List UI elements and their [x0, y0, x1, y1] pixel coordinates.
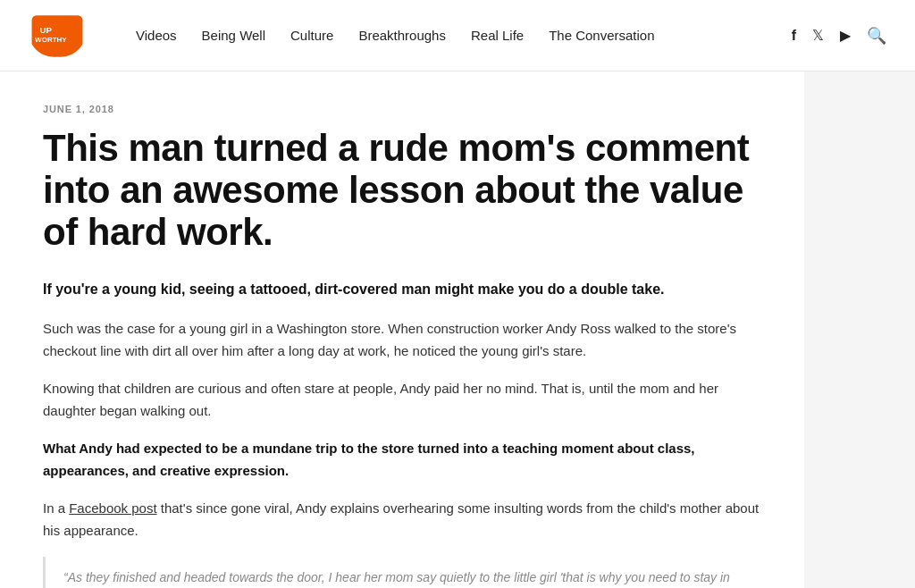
main-nav: Videos Being Well Culture Breakthroughs … [136, 28, 792, 43]
article-paragraph-3: What Andy had expected to be a mundane t… [43, 437, 761, 483]
article-paragraph-4: In a Facebook post that's since gone vir… [43, 497, 761, 542]
article-paragraph-1: Such was the case for a young girl in a … [43, 317, 761, 363]
youtube-icon[interactable]: ▶ [840, 27, 851, 44]
twitter-icon[interactable]: 𝕏 [812, 27, 824, 44]
facebook-icon[interactable]: f [792, 28, 796, 44]
paragraph4-prefix: In a [43, 500, 69, 516]
facebook-post-link[interactable]: Facebook post [69, 500, 156, 516]
nav-real-life[interactable]: Real Life [471, 28, 524, 43]
nav-being-well[interactable]: Being Well [202, 28, 265, 43]
social-icons: f 𝕏 ▶ 🔍 [792, 26, 886, 46]
article-blockquote: “As they finished and headed towards the… [43, 557, 761, 588]
article-quote-text: “As they finished and headed towards the… [63, 567, 743, 588]
svg-text:UP: UP [39, 25, 52, 35]
nav-the-conversation[interactable]: The Conversation [549, 28, 654, 43]
nav-culture[interactable]: Culture [290, 28, 333, 43]
nav-breakthroughs[interactable]: Breakthroughs [358, 28, 446, 43]
svg-text:WORTHY: WORTHY [35, 37, 67, 45]
search-icon[interactable]: 🔍 [867, 26, 886, 46]
nav-videos[interactable]: Videos [136, 28, 177, 43]
article-date: JUNE 1, 2018 [43, 104, 761, 114]
article-lead: If you're a young kid, seeing a tattooed… [43, 278, 761, 301]
logo[interactable]: UP WORTHY [29, 11, 100, 60]
article-content: JUNE 1, 2018 This man turned a rude mom'… [0, 71, 915, 588]
article-title: This man turned a rude mom's comment int… [43, 127, 761, 253]
site-header: UP WORTHY Videos Being Well Culture Brea… [0, 0, 915, 71]
article-paragraph-2: Knowing that children are curious and of… [43, 377, 761, 423]
